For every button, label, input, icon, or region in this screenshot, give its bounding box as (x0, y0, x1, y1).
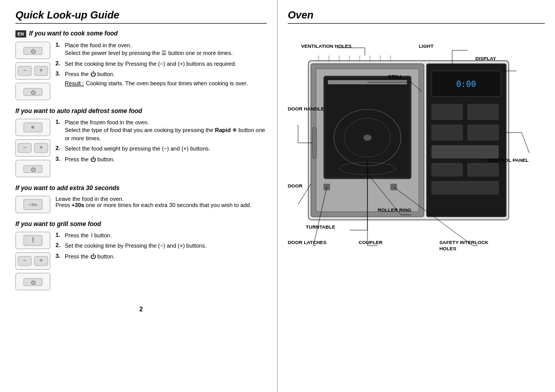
svg-point-33 (363, 135, 372, 141)
cook-step-2-num: 2. (55, 60, 63, 68)
label-door-latches: DOOR LATCHES (288, 239, 326, 245)
extra30-section-header: If you want to add extra 30 seconds (15, 184, 267, 192)
left-column: Quick Look-up Guide EN If you want to co… (0, 0, 278, 392)
grill-step-1-num: 1. (55, 232, 63, 239)
oven-svg: 0:00 (288, 30, 540, 343)
cook-steps-block: ⏻ − + ⏻ 1. Pl (15, 42, 267, 100)
label-safety-interlock: SAFETY INTERLOCK HOLES (439, 239, 488, 252)
cook-heading: If you want to cook some food (29, 30, 118, 37)
cook-step-1-num: 1. (55, 42, 63, 58)
cook-buttons: ⏻ − + ⏻ (15, 42, 50, 100)
grill-step-2: 2. Set the cooking time by Pressing the … (55, 242, 267, 250)
page-number: 2 (139, 306, 143, 313)
label-door: DOOR (288, 183, 303, 189)
cook-step-2: 2. Set the cooking time by Pressing the … (55, 60, 267, 68)
svg-rect-48 (432, 181, 498, 194)
svg-text:⏻: ⏻ (31, 49, 36, 54)
grill-step-2-num: 2. (55, 242, 63, 250)
en-badge: EN (15, 30, 26, 38)
grill-steps-block: ⌇ − + ⏻ 1. Pr (15, 232, 267, 290)
grill-step-2-content: Set the cooking time by Pressing the (−)… (65, 242, 267, 250)
cook-section-header: EN If you want to cook some food (15, 30, 267, 38)
extra30-text: Leave the food in the oven. Press +30s o… (55, 196, 267, 213)
extra30-btn: +30s (15, 196, 50, 213)
label-coupler: COUPLER (359, 239, 382, 245)
svg-text:+: + (39, 257, 43, 264)
defrost-steps-block: ❄ − + ⏻ 1. Pl (15, 119, 267, 177)
svg-rect-44 (468, 125, 498, 140)
svg-text:−: − (23, 67, 26, 74)
svg-rect-47 (468, 163, 498, 176)
defrost-step-2-content: Select the food weight by pressing the (… (65, 145, 267, 153)
right-column: Oven (278, 0, 555, 392)
svg-rect-41 (432, 104, 462, 120)
svg-rect-43 (432, 125, 462, 140)
defrost-section-header: If you want to auto rapid defrost some f… (15, 107, 267, 115)
defrost-steps-text: 1. Place the frozen food in the oven. Se… (55, 119, 267, 177)
grill-steps-text: 1. Press the ⌇ button. 2. Set the cookin… (55, 232, 267, 290)
label-display: DISPLAY (475, 55, 496, 61)
oven-diagram: 0:00 (288, 30, 540, 348)
cook-btn-2: − + (15, 62, 50, 80)
defrost-btn-2: − + (15, 139, 50, 157)
extra30-heading: If you want to add extra 30 seconds (15, 184, 120, 192)
grill-step-1-content: Press the ⌇ button. (65, 232, 267, 239)
defrost-step-3-num: 3. (55, 156, 63, 163)
defrost-step-2-num: 2. (55, 145, 63, 153)
right-title: Oven (288, 9, 545, 24)
cook-step-3: 3. Press the ⏻ button. Result : Cooking … (55, 70, 267, 87)
defrost-step-1-content: Place the frozen food in the oven. Selec… (65, 119, 267, 142)
cook-step-3-content: Press the ⏻ button. Result : Cooking sta… (65, 70, 267, 87)
defrost-buttons: ❄ − + ⏻ (15, 119, 50, 177)
label-roller-ring: ROLLER RING (378, 207, 411, 213)
cook-step-3-num: 3. (55, 70, 63, 87)
svg-text:+: + (39, 67, 43, 74)
grill-buttons: ⌇ − + ⏻ (15, 232, 50, 290)
cook-steps-text: 1. Place the food in the oven. Select th… (55, 42, 267, 100)
defrost-btn-3: ⏻ (15, 160, 50, 177)
svg-text:0:00: 0:00 (456, 79, 476, 89)
svg-text:⏻: ⏻ (31, 90, 36, 95)
svg-text:−: − (23, 257, 26, 264)
defrost-step-3: 3. Press the ⏻ button. (55, 156, 267, 163)
defrost-step-1-num: 1. (55, 119, 63, 142)
svg-rect-45 (432, 145, 498, 158)
result-text: Cooking starts. The oven beeps four time… (86, 80, 248, 87)
grill-step-3-num: 3. (55, 253, 63, 260)
defrost-step-2: 2. Select the food weight by pressing th… (55, 145, 267, 153)
label-turntable: TURNTABLE (306, 224, 335, 230)
svg-rect-42 (468, 104, 498, 120)
label-light: LIGHT (419, 43, 434, 49)
svg-rect-35 (312, 127, 317, 158)
grill-step-3: 3. Press the ⏻ button. (55, 253, 267, 260)
defrost-btn-1: ❄ (15, 119, 50, 136)
svg-text:❄: ❄ (31, 125, 35, 130)
cook-step-1-content: Place the food in the oven. Select the p… (65, 42, 267, 58)
cook-step-3-result: Result : Cooking starts. The oven beeps … (65, 80, 267, 87)
svg-line-69 (522, 133, 529, 153)
label-grill: GRILL (388, 73, 403, 79)
grill-btn-2: − + (15, 252, 50, 270)
defrost-step-3-content: Press the ⏻ button. (65, 156, 267, 163)
cook-btn-3: ⏻ (15, 83, 50, 100)
svg-rect-46 (432, 163, 462, 176)
svg-text:⏻: ⏻ (31, 167, 36, 172)
grill-btn-3: ⏻ (15, 273, 50, 290)
grill-step-1: 1. Press the ⌇ button. (55, 232, 267, 239)
cook-step-2-content: Set the cooking time by Pressing the (−)… (65, 60, 267, 68)
extra30-block: +30s Leave the food in the oven. Press +… (15, 196, 267, 213)
label-door-handle: DOOR HANDLE (288, 106, 324, 111)
label-ventilation-holes: VENTILATION HOLES (301, 43, 351, 49)
grill-heading: If you want to grill some food (15, 220, 101, 228)
left-title: Quick Look-up Guide (15, 9, 267, 24)
svg-text:−: − (23, 144, 26, 151)
extra30-button: +30s (15, 196, 50, 213)
grill-btn-1: ⌇ (15, 232, 50, 249)
grill-section-header: If you want to grill some food (15, 220, 267, 228)
cook-step-1: 1. Place the food in the oven. Select th… (55, 42, 267, 58)
label-control-panel: CONTROL PANEL (487, 157, 529, 163)
cook-btn-1: ⏻ (15, 42, 50, 59)
svg-text:+: + (39, 144, 43, 151)
svg-text:⏻: ⏻ (31, 280, 36, 285)
defrost-step-1: 1. Place the frozen food in the oven. Se… (55, 119, 267, 142)
